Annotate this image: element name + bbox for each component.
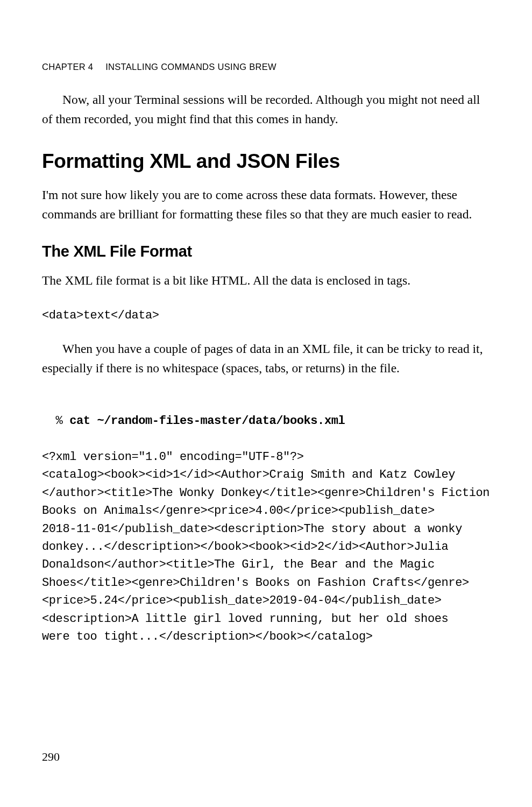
running-header: CHAPTER 4 INSTALLING COMMANDS USING BREW [42, 62, 490, 72]
xml-inline-example: <data>text</data> [42, 307, 490, 324]
intro-paragraph: Now, all your Terminal sessions will be … [42, 90, 490, 129]
subsection-heading-xml-format: The XML File Format [42, 243, 490, 260]
chapter-label: CHAPTER 4 [42, 62, 93, 72]
xml-whitespace-paragraph: When you have a couple of pages of data … [42, 339, 490, 378]
section-intro-paragraph: I'm not sure how likely you are to come … [42, 186, 490, 224]
page-number: 290 [42, 750, 60, 764]
shell-prompt: % [56, 414, 70, 428]
shell-command: cat ~/random-files-master/data/books.xml [69, 414, 345, 428]
chapter-title: INSTALLING COMMANDS USING BREW [105, 62, 276, 72]
shell-code-block: % cat ~/random-files-master/data/books.x… [42, 394, 490, 664]
shell-output: <?xml version="1.0" encoding="UTF-8"?> <… [42, 448, 490, 646]
section-heading-formatting: Formatting XML and JSON Files [42, 150, 490, 173]
xml-intro-paragraph: The XML file format is a bit like HTML. … [42, 271, 490, 291]
